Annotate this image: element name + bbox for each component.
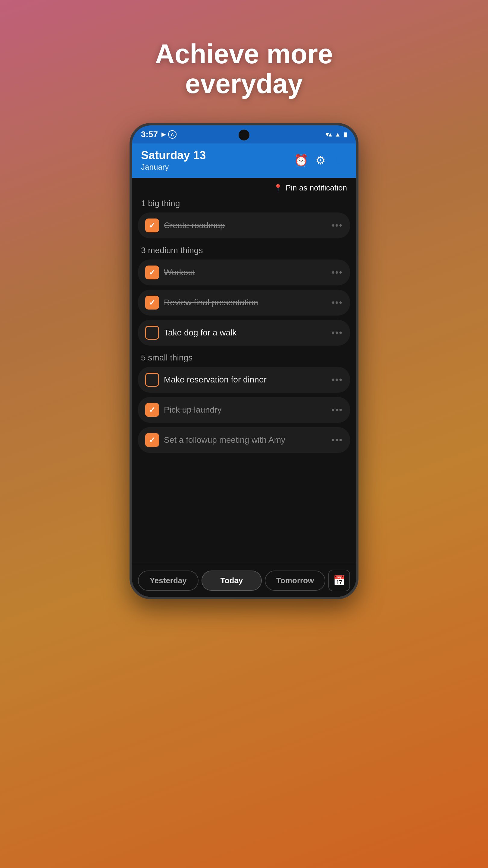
task-checkbox-3[interactable]: ✓ xyxy=(145,296,159,310)
pin-notification[interactable]: 📍 Pin as notification xyxy=(132,178,356,195)
status-icons-left: ▶ A xyxy=(161,130,176,138)
status-right: ▾▴ ▲ ▮ xyxy=(326,131,347,138)
calendar-button[interactable]: 📅 xyxy=(328,569,350,591)
settings-icon[interactable]: ⚙ xyxy=(315,154,326,167)
app-header: Saturday 13 January ⏰ ⚙ 👤 xyxy=(132,144,356,178)
pin-text: Pin as notification xyxy=(286,183,347,193)
task-text-7: Set a followup meeting with Amy xyxy=(164,435,327,445)
nav-tab-today[interactable]: Today xyxy=(201,570,262,591)
nav-tab-tomorrow[interactable]: Tomorrow xyxy=(265,570,325,591)
task-text-6: Pick up laundry xyxy=(164,405,327,415)
task-text-1: Create roadmap xyxy=(164,221,327,230)
task-checkbox-2[interactable]: ✓ xyxy=(145,266,159,279)
section-label-medium: 3 medium things xyxy=(132,243,356,259)
task-checkbox-6[interactable]: ✓ xyxy=(145,403,159,417)
task-checkbox-1[interactable]: ✓ xyxy=(145,218,159,232)
header-month: January xyxy=(141,162,206,172)
tagline-line2: everyday xyxy=(185,69,303,99)
wifi-icon: ▾▴ xyxy=(326,131,332,138)
a-icon: A xyxy=(168,130,176,138)
phone-frame: 3:57 ▶ A ▾▴ ▲ ▮ Saturday 13 January xyxy=(130,123,358,599)
check-icon-7: ✓ xyxy=(149,435,156,445)
side-button xyxy=(357,231,358,261)
task-item[interactable]: Make reservation for dinner ••• xyxy=(138,367,350,393)
status-time: 3:57 xyxy=(141,130,158,139)
calendar-icon: 📅 xyxy=(333,575,345,586)
task-menu-2[interactable]: ••• xyxy=(331,267,343,278)
check-icon-2: ✓ xyxy=(149,268,156,277)
task-menu-1[interactable]: ••• xyxy=(331,220,343,230)
task-checkbox-7[interactable]: ✓ xyxy=(145,433,159,447)
section-label-small: 5 small things xyxy=(132,350,356,367)
page-wrapper: Achieve more everyday 3:57 ▶ A ▾▴ ▲ ▮ xyxy=(0,0,488,868)
play-icon: ▶ xyxy=(161,131,166,138)
header-icons: ⏰ ⚙ 👤 xyxy=(294,154,347,167)
task-menu-6[interactable]: ••• xyxy=(331,405,343,415)
header-date-section: Saturday 13 January xyxy=(141,149,206,172)
header-date: Saturday 13 xyxy=(141,149,206,162)
tagline: Achieve more everyday xyxy=(108,39,380,99)
check-icon-6: ✓ xyxy=(149,405,156,415)
app-content: 📍 Pin as notification 1 big thing ✓ Crea… xyxy=(132,178,356,564)
battery-icon: ▮ xyxy=(344,131,347,138)
task-text-5: Make reservation for dinner xyxy=(164,375,327,384)
task-text-3: Review final presentation xyxy=(164,298,327,307)
task-menu-7[interactable]: ••• xyxy=(331,435,343,445)
task-menu-4[interactable]: ••• xyxy=(331,328,343,338)
task-text-4: Take dog for a walk xyxy=(164,328,327,338)
alarm-icon[interactable]: ⏰ xyxy=(294,154,308,167)
check-icon-3: ✓ xyxy=(149,298,156,307)
task-item[interactable]: ✓ Review final presentation ••• xyxy=(138,290,350,315)
task-item[interactable]: ✓ Pick up laundry ••• xyxy=(138,397,350,423)
task-item[interactable]: ✓ Create roadmap ••• xyxy=(138,213,350,239)
nav-tab-yesterday[interactable]: Yesterday xyxy=(138,570,198,591)
signal-icon: ▲ xyxy=(335,131,341,138)
task-item[interactable]: ✓ Workout ••• xyxy=(138,259,350,285)
tagline-line1: Achieve more xyxy=(155,39,333,69)
bottom-nav: Yesterday Today Tomorrow 📅 xyxy=(132,564,356,597)
phone-inner: 3:57 ▶ A ▾▴ ▲ ▮ Saturday 13 January xyxy=(132,125,356,597)
check-icon-1: ✓ xyxy=(149,221,156,230)
account-icon[interactable]: 👤 xyxy=(333,154,347,167)
task-item[interactable]: ✓ Set a followup meeting with Amy ••• xyxy=(138,427,350,453)
status-left: 3:57 ▶ A xyxy=(141,130,176,139)
task-item[interactable]: Take dog for a walk ••• xyxy=(138,320,350,346)
section-label-big: 1 big thing xyxy=(132,195,356,213)
task-checkbox-5[interactable] xyxy=(145,373,159,387)
camera-notch xyxy=(238,130,250,141)
task-text-2: Workout xyxy=(164,268,327,277)
task-menu-3[interactable]: ••• xyxy=(331,298,343,308)
task-menu-5[interactable]: ••• xyxy=(331,375,343,385)
task-checkbox-4[interactable] xyxy=(145,326,159,340)
pin-icon: 📍 xyxy=(273,184,283,192)
